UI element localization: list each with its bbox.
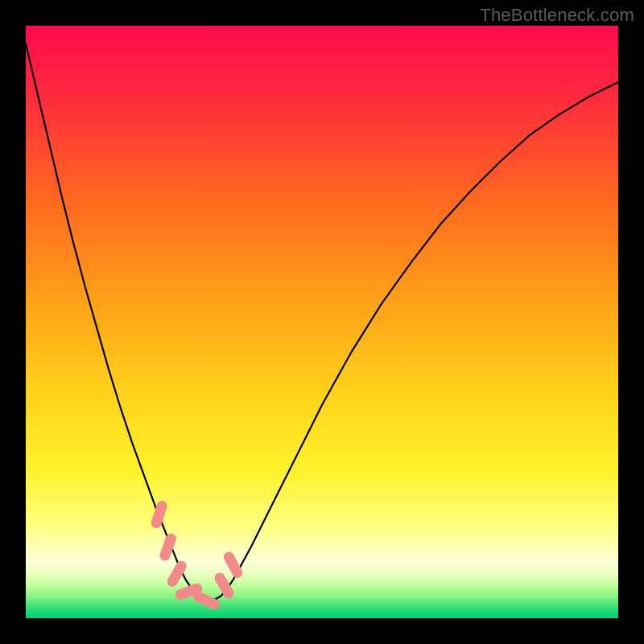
- optimum-marker: [199, 597, 215, 604]
- bottleneck-curve-chart: [26, 26, 618, 618]
- watermark-text: TheBottleneck.com: [480, 5, 634, 26]
- optimum-marker: [229, 557, 237, 572]
- chart-frame: TheBottleneck.com: [0, 0, 644, 644]
- optimum-marker: [156, 506, 162, 523]
- plot-area: [26, 26, 618, 618]
- gradient-background: [26, 26, 618, 618]
- optimum-marker: [165, 539, 171, 555]
